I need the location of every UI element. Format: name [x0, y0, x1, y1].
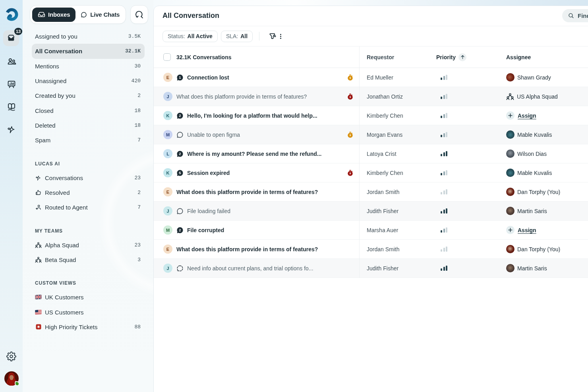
svg-text:2: 2	[179, 151, 181, 156]
svg-text:2: 2	[179, 228, 181, 232]
svg-text:1: 1	[179, 75, 181, 80]
svg-text:5: 5	[179, 171, 181, 175]
svg-text:2: 2	[179, 113, 181, 118]
